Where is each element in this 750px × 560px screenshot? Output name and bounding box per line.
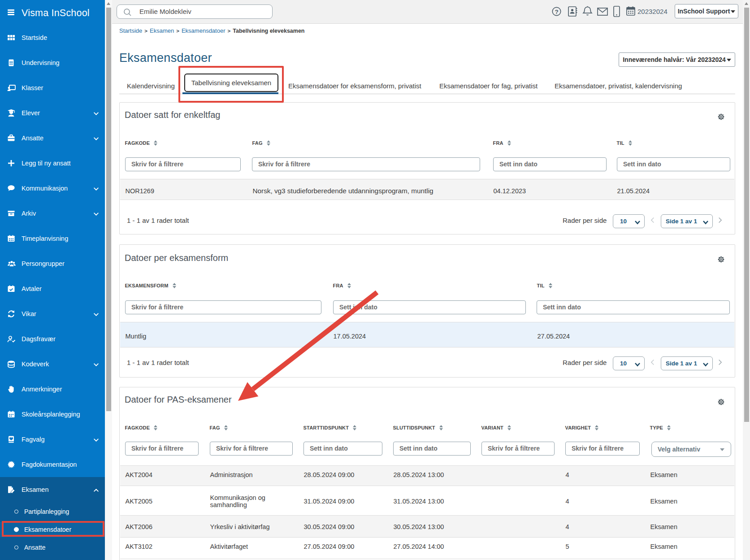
svg-text:?: ? <box>555 9 558 15</box>
